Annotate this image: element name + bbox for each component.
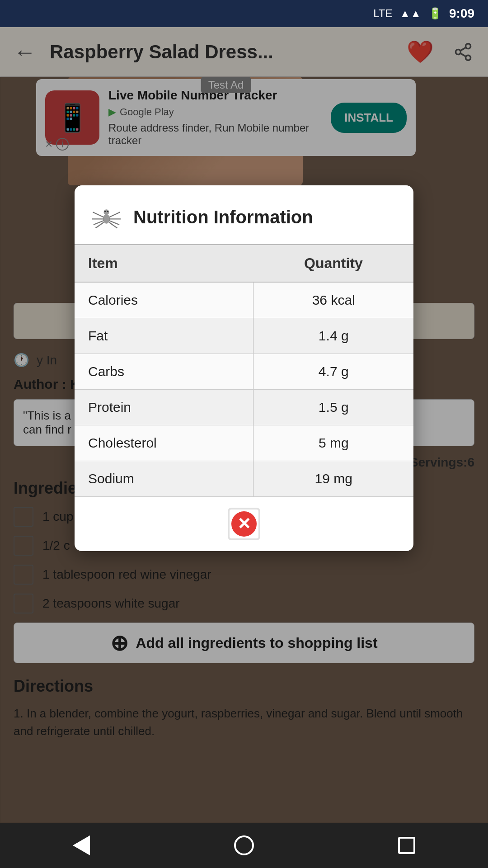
battery-icon: 🔋	[428, 7, 442, 20]
nutrition-qty-3: 1.5 g	[253, 390, 413, 425]
nav-home-icon	[234, 835, 254, 855]
nutrition-qty-2: 4.7 g	[253, 354, 413, 390]
svg-point-6	[103, 209, 109, 215]
nutrition-row-3: Protein1.5 g	[75, 390, 413, 425]
svg-line-9	[94, 221, 104, 225]
nav-home-button[interactable]	[226, 827, 262, 863]
nutrition-row-2: Carbs4.7 g	[75, 354, 413, 390]
nutrition-qty-0: 36 kcal	[253, 282, 413, 318]
svg-point-16	[107, 211, 108, 212]
status-time: 9:09	[449, 6, 474, 21]
nutrition-row-5: Sodium19 mg	[75, 461, 413, 497]
nav-back-icon	[73, 835, 90, 855]
nav-recent-icon	[398, 837, 415, 854]
nutrition-item-1: Fat	[75, 318, 253, 354]
nav-back-button[interactable]	[63, 827, 99, 863]
column-quantity: Quantity	[253, 245, 413, 282]
modal-footer: ✕	[75, 497, 413, 551]
svg-point-5	[103, 214, 110, 223]
status-bar: LTE ▲▲ 🔋 9:09	[0, 0, 488, 27]
signal-bars-icon: ▲▲	[399, 7, 421, 20]
nutrition-qty-4: 5 mg	[253, 425, 413, 461]
nutrition-modal: Nutrition Information Item Quantity Calo…	[75, 185, 413, 551]
close-modal-button[interactable]: ✕	[226, 506, 262, 542]
close-button-border: ✕	[228, 508, 260, 540]
nutrition-item-3: Protein	[75, 390, 253, 425]
nutrition-item-0: Calories	[75, 282, 253, 318]
nutrition-qty-1: 1.4 g	[253, 318, 413, 354]
navigation-bar	[0, 823, 488, 868]
nutrition-row-0: Calories36 kcal	[75, 282, 413, 318]
nutrition-item-5: Sodium	[75, 461, 253, 497]
svg-line-7	[93, 212, 103, 217]
modal-header: Nutrition Information	[75, 185, 413, 244]
svg-line-13	[109, 221, 119, 225]
svg-line-11	[109, 212, 120, 217]
lte-icon: LTE	[373, 7, 392, 20]
column-item: Item	[75, 245, 253, 282]
nutrition-row-1: Fat1.4 g	[75, 318, 413, 354]
nutrition-row-4: Cholesterol5 mg	[75, 425, 413, 461]
nutrition-item-2: Carbs	[75, 354, 253, 390]
svg-point-15	[104, 211, 106, 212]
nutrition-table: Item Quantity Calories36 kcalFat1.4 gCar…	[75, 244, 413, 497]
close-x-icon: ✕	[231, 511, 257, 537]
nav-recent-button[interactable]	[389, 827, 425, 863]
modal-title: Nutrition Information	[133, 207, 313, 227]
nutrition-item-4: Cholesterol	[75, 425, 253, 461]
spider-icon	[88, 199, 124, 235]
nutrition-qty-5: 19 mg	[253, 461, 413, 497]
